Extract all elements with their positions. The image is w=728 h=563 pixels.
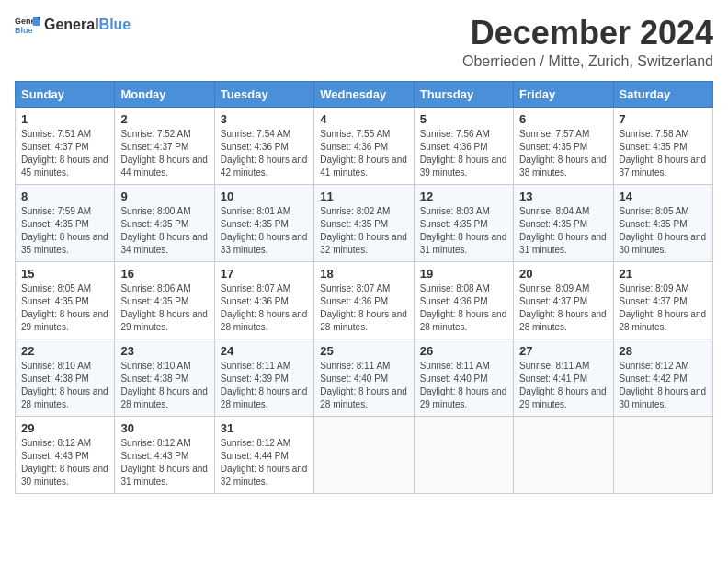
title-section: December 2024 Oberrieden / Mitte, Zurich… (462, 15, 713, 70)
calendar-cell: 11 Sunrise: 8:02 AM Sunset: 4:35 PM Dayl… (314, 184, 414, 261)
day-info: Sunrise: 8:11 AM Sunset: 4:39 PM Dayligh… (221, 360, 308, 411)
calendar-cell: 28 Sunrise: 8:12 AM Sunset: 4:42 PM Dayl… (613, 339, 712, 416)
day-number: 3 (221, 112, 308, 126)
day-info: Sunrise: 7:59 AM Sunset: 4:35 PM Dayligh… (21, 205, 108, 257)
calendar-cell: 23 Sunrise: 8:10 AM Sunset: 4:38 PM Dayl… (115, 339, 214, 416)
day-info: Sunrise: 7:54 AM Sunset: 4:36 PM Dayligh… (221, 128, 308, 179)
day-info: Sunrise: 8:04 AM Sunset: 4:35 PM Dayligh… (519, 205, 607, 257)
logo-general: General (44, 17, 99, 32)
day-number: 27 (519, 344, 607, 358)
day-number: 1 (21, 112, 108, 126)
day-number: 26 (420, 344, 507, 358)
day-number: 16 (120, 267, 208, 281)
calendar-cell: 29 Sunrise: 8:12 AM Sunset: 4:43 PM Dayl… (16, 416, 115, 493)
calendar-cell: 24 Sunrise: 8:11 AM Sunset: 4:39 PM Dayl… (214, 339, 313, 416)
day-info: Sunrise: 7:57 AM Sunset: 4:35 PM Dayligh… (519, 128, 607, 179)
day-info: Sunrise: 8:12 AM Sunset: 4:43 PM Dayligh… (21, 437, 108, 488)
day-number: 11 (320, 190, 407, 203)
day-of-week-header: Saturday (613, 81, 712, 107)
day-info: Sunrise: 8:12 AM Sunset: 4:42 PM Dayligh… (620, 360, 707, 411)
day-number: 20 (519, 267, 607, 281)
day-number: 14 (620, 190, 707, 203)
calendar-cell: 13 Sunrise: 8:04 AM Sunset: 4:35 PM Dayl… (514, 184, 613, 261)
calendar-cell (314, 416, 414, 493)
day-number: 8 (21, 190, 108, 203)
day-info: Sunrise: 8:12 AM Sunset: 4:43 PM Dayligh… (120, 437, 208, 488)
day-number: 29 (21, 421, 108, 435)
calendar-cell: 6 Sunrise: 7:57 AM Sunset: 4:35 PM Dayli… (514, 107, 613, 184)
day-info: Sunrise: 8:09 AM Sunset: 4:37 PM Dayligh… (519, 282, 607, 334)
calendar-cell: 8 Sunrise: 7:59 AM Sunset: 4:35 PM Dayli… (16, 184, 115, 261)
calendar-table: SundayMondayTuesdayWednesdayThursdayFrid… (15, 81, 713, 494)
page-header: General Blue GeneralBlue December 2024 O… (15, 15, 713, 70)
day-of-week-header: Friday (514, 81, 613, 107)
day-number: 21 (620, 267, 707, 281)
calendar-cell: 19 Sunrise: 8:08 AM Sunset: 4:36 PM Dayl… (414, 261, 513, 339)
day-of-week-header: Monday (115, 81, 214, 107)
day-info: Sunrise: 8:06 AM Sunset: 4:35 PM Dayligh… (120, 282, 208, 334)
day-info: Sunrise: 8:10 AM Sunset: 4:38 PM Dayligh… (120, 360, 208, 411)
calendar-cell: 30 Sunrise: 8:12 AM Sunset: 4:43 PM Dayl… (115, 416, 214, 493)
calendar-cell: 14 Sunrise: 8:05 AM Sunset: 4:35 PM Dayl… (613, 184, 712, 261)
day-number: 28 (620, 344, 707, 358)
logo: General Blue GeneralBlue (15, 15, 131, 35)
day-of-week-header: Sunday (16, 81, 115, 107)
day-number: 24 (221, 344, 308, 358)
day-number: 31 (221, 421, 308, 435)
day-number: 25 (320, 344, 407, 358)
day-info: Sunrise: 8:11 AM Sunset: 4:40 PM Dayligh… (320, 360, 407, 411)
day-number: 23 (120, 344, 208, 358)
day-number: 9 (120, 190, 208, 203)
calendar-header: SundayMondayTuesdayWednesdayThursdayFrid… (16, 81, 713, 107)
day-of-week-header: Wednesday (314, 81, 414, 107)
day-number: 6 (519, 112, 607, 126)
calendar-cell: 16 Sunrise: 8:06 AM Sunset: 4:35 PM Dayl… (115, 261, 214, 339)
day-info: Sunrise: 8:07 AM Sunset: 4:36 PM Dayligh… (221, 282, 308, 334)
day-info: Sunrise: 8:02 AM Sunset: 4:35 PM Dayligh… (320, 205, 407, 257)
day-number: 19 (420, 267, 507, 281)
day-info: Sunrise: 7:52 AM Sunset: 4:37 PM Dayligh… (120, 128, 208, 179)
day-info: Sunrise: 8:05 AM Sunset: 4:35 PM Dayligh… (620, 205, 707, 257)
day-info: Sunrise: 8:00 AM Sunset: 4:35 PM Dayligh… (120, 205, 208, 257)
day-number: 7 (620, 112, 707, 126)
day-info: Sunrise: 8:05 AM Sunset: 4:35 PM Dayligh… (21, 282, 108, 334)
day-number: 15 (21, 267, 108, 281)
day-info: Sunrise: 8:01 AM Sunset: 4:35 PM Dayligh… (221, 205, 308, 257)
day-number: 18 (320, 267, 407, 281)
calendar-cell: 25 Sunrise: 8:11 AM Sunset: 4:40 PM Dayl… (314, 339, 414, 416)
calendar-cell: 22 Sunrise: 8:10 AM Sunset: 4:38 PM Dayl… (16, 339, 115, 416)
day-info: Sunrise: 8:09 AM Sunset: 4:37 PM Dayligh… (620, 282, 707, 334)
calendar-cell: 31 Sunrise: 8:12 AM Sunset: 4:44 PM Dayl… (214, 416, 313, 493)
day-of-week-header: Thursday (414, 81, 513, 107)
calendar-cell: 10 Sunrise: 8:01 AM Sunset: 4:35 PM Dayl… (214, 184, 313, 261)
logo-blue: Blue (99, 17, 131, 32)
day-number: 10 (221, 190, 308, 203)
calendar-cell: 27 Sunrise: 8:11 AM Sunset: 4:41 PM Dayl… (514, 339, 613, 416)
day-info: Sunrise: 7:55 AM Sunset: 4:36 PM Dayligh… (320, 128, 407, 179)
calendar-cell: 2 Sunrise: 7:52 AM Sunset: 4:37 PM Dayli… (115, 107, 214, 184)
day-info: Sunrise: 8:12 AM Sunset: 4:44 PM Dayligh… (221, 437, 308, 488)
day-info: Sunrise: 8:11 AM Sunset: 4:40 PM Dayligh… (420, 360, 507, 411)
calendar-cell: 26 Sunrise: 8:11 AM Sunset: 4:40 PM Dayl… (414, 339, 513, 416)
calendar-cell: 15 Sunrise: 8:05 AM Sunset: 4:35 PM Dayl… (16, 261, 115, 339)
day-info: Sunrise: 8:08 AM Sunset: 4:36 PM Dayligh… (420, 282, 507, 334)
day-info: Sunrise: 8:07 AM Sunset: 4:36 PM Dayligh… (320, 282, 407, 334)
calendar-cell: 3 Sunrise: 7:54 AM Sunset: 4:36 PM Dayli… (214, 107, 313, 184)
calendar-cell: 1 Sunrise: 7:51 AM Sunset: 4:37 PM Dayli… (16, 107, 115, 184)
calendar-cell: 12 Sunrise: 8:03 AM Sunset: 4:35 PM Dayl… (414, 184, 513, 261)
calendar-cell: 17 Sunrise: 8:07 AM Sunset: 4:36 PM Dayl… (214, 261, 313, 339)
day-info: Sunrise: 8:10 AM Sunset: 4:38 PM Dayligh… (21, 360, 108, 411)
day-number: 30 (120, 421, 208, 435)
calendar-cell: 21 Sunrise: 8:09 AM Sunset: 4:37 PM Dayl… (613, 261, 712, 339)
day-of-week-header: Tuesday (214, 81, 313, 107)
day-info: Sunrise: 7:51 AM Sunset: 4:37 PM Dayligh… (21, 128, 108, 179)
day-number: 22 (21, 344, 108, 358)
calendar-cell: 5 Sunrise: 7:56 AM Sunset: 4:36 PM Dayli… (414, 107, 513, 184)
day-info: Sunrise: 8:11 AM Sunset: 4:41 PM Dayligh… (519, 360, 607, 411)
month-title: December 2024 (462, 15, 713, 52)
day-number: 17 (221, 267, 308, 281)
calendar-cell (414, 416, 513, 493)
calendar-cell: 9 Sunrise: 8:00 AM Sunset: 4:35 PM Dayli… (115, 184, 214, 261)
day-info: Sunrise: 7:58 AM Sunset: 4:35 PM Dayligh… (620, 128, 707, 179)
calendar-cell: 20 Sunrise: 8:09 AM Sunset: 4:37 PM Dayl… (514, 261, 613, 339)
